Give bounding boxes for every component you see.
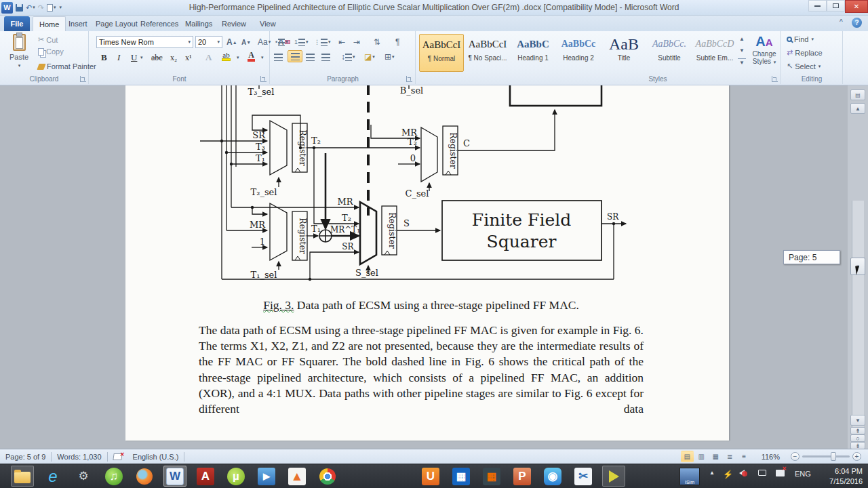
preview-dropdown-icon[interactable]: ▾ xyxy=(54,5,56,10)
browse-object-button[interactable]: ○ xyxy=(850,434,865,442)
paragraph-launcher-icon[interactable] xyxy=(406,76,412,82)
outline-view-button[interactable]: ≣ xyxy=(724,451,736,462)
font-size-dropdown-icon[interactable]: ▾ xyxy=(217,39,220,45)
bullets-dropdown-icon[interactable]: ▾ xyxy=(285,39,288,45)
tray-show-hidden-icon[interactable]: ▲ xyxy=(709,470,715,476)
italic-button[interactable]: I xyxy=(115,52,122,64)
scrollbar-track[interactable] xyxy=(852,201,864,449)
paste-button[interactable]: Paste ▾ xyxy=(5,34,33,72)
shading-button[interactable]: ◪▾ xyxy=(363,51,376,63)
style-no-spacing[interactable]: AaBbCcI ¶ No Spaci... xyxy=(465,34,510,72)
justify-button[interactable] xyxy=(320,51,332,63)
fullscreen-reading-view-button[interactable]: ▥ xyxy=(695,451,708,462)
superscript-button[interactable]: x¹ xyxy=(183,52,194,64)
taskbar-firefox-icon[interactable] xyxy=(133,466,156,487)
clipboard-launcher-icon[interactable] xyxy=(80,76,86,82)
taskbar-adobe-reader-icon[interactable]: A xyxy=(194,466,217,487)
page-indicator[interactable]: Page: 5 of 9 xyxy=(0,449,51,464)
styles-launcher-icon[interactable] xyxy=(772,76,778,82)
tray-isim-icon[interactable]: ISim xyxy=(678,466,701,487)
sort-button[interactable]: ⇅ xyxy=(372,36,382,48)
redo-button[interactable]: ↷ xyxy=(38,3,44,12)
next-page-button[interactable]: ⇟ xyxy=(850,442,865,449)
line-spacing-dropdown-icon[interactable]: ▾ xyxy=(353,54,355,60)
tray-action-center-icon[interactable] xyxy=(776,470,785,476)
taskbar-snipping-tool-icon[interactable]: ✂ xyxy=(572,466,595,487)
taskbar-chrome-icon[interactable] xyxy=(316,466,339,487)
style-subtle-emphasis[interactable]: AaBbCcD Subtle Em... xyxy=(692,34,737,72)
ruler-toggle-button[interactable]: ▤ xyxy=(850,89,865,100)
customize-qat-button[interactable]: ▾ xyxy=(58,5,62,10)
font-family-dropdown-icon[interactable]: ▾ xyxy=(188,39,191,45)
taskbar-explorer-icon[interactable] xyxy=(11,466,34,487)
numbering-dropdown-icon[interactable]: ▾ xyxy=(306,39,309,45)
bold-button[interactable]: B xyxy=(99,52,109,64)
taskbar-powerpoint-icon[interactable]: P xyxy=(511,466,534,487)
grow-font-button[interactable]: A▲ xyxy=(225,36,239,48)
taskbar-app-grid-icon[interactable]: ▦ xyxy=(450,466,473,487)
numbering-button[interactable]: 1▾ xyxy=(293,36,310,48)
increase-indent-button[interactable]: ⇥ xyxy=(352,36,361,48)
language-indicator[interactable]: English (U.S.) xyxy=(127,449,184,464)
taskbar-zapya-icon[interactable] xyxy=(602,466,625,487)
zoom-slider-thumb[interactable] xyxy=(831,452,836,461)
taskbar-utorrent-icon[interactable]: µ xyxy=(224,466,248,487)
zoom-level[interactable]: 116% xyxy=(756,449,785,464)
restore-button[interactable] xyxy=(827,0,845,12)
align-center-button[interactable] xyxy=(288,50,302,62)
taskbar-word-icon[interactable]: W xyxy=(163,466,186,487)
shrink-font-button[interactable]: A▼ xyxy=(240,36,252,48)
tray-language-indicator[interactable]: ENG xyxy=(795,470,811,478)
word-count[interactable]: Words: 1,030 xyxy=(52,449,106,464)
format-painter-button[interactable]: Format Painter xyxy=(38,62,96,70)
print-layout-view-button[interactable]: ▤ xyxy=(681,451,694,462)
highlight-dropdown-icon[interactable]: ▾ xyxy=(235,52,241,64)
tab-insert[interactable]: Insert xyxy=(62,16,94,31)
web-layout-view-button[interactable]: ▦ xyxy=(709,451,722,462)
line-spacing-button[interactable]: ↕▾ xyxy=(340,51,357,63)
taskbar-system-tool-icon[interactable]: ⚙ xyxy=(72,466,95,487)
document-paragraph[interactable]: The data path of ECSM using a three-stag… xyxy=(199,323,644,417)
help-icon[interactable]: ? xyxy=(852,18,862,28)
styles-scroll-down-icon[interactable]: ▼ xyxy=(738,46,746,54)
decrease-indent-button[interactable]: ⇤ xyxy=(337,36,347,48)
minimize-button[interactable] xyxy=(808,0,827,12)
find-dropdown-icon[interactable]: ▾ xyxy=(811,37,814,42)
cut-button[interactable]: ✂Cut xyxy=(38,35,58,44)
tab-home[interactable]: Home xyxy=(33,16,66,31)
print-preview-button[interactable]: ▾ xyxy=(47,4,56,12)
underline-dropdown-icon[interactable]: ▾ xyxy=(138,52,144,64)
tab-review[interactable]: Review xyxy=(216,16,252,31)
tab-references[interactable]: References xyxy=(134,16,184,31)
style-heading1[interactable]: AaBbC Heading 1 xyxy=(511,34,555,72)
style-normal[interactable]: AaBbCcI ¶ Normal xyxy=(419,34,464,72)
style-subtitle[interactable]: AaBbCc. Subtitle xyxy=(647,34,692,72)
style-heading2[interactable]: AaBbCc Heading 2 xyxy=(556,34,601,72)
taskbar-uc-browser-icon[interactable]: U xyxy=(419,466,442,487)
strikethrough-button[interactable]: abc xyxy=(149,52,165,64)
tab-view[interactable]: View xyxy=(254,16,282,31)
proofing-status-button[interactable] xyxy=(108,449,127,464)
replace-button[interactable]: ⇄Replace xyxy=(787,48,823,57)
taskbar-internet-explorer-icon[interactable]: e xyxy=(41,466,64,487)
collapse-ribbon-icon[interactable]: ^ xyxy=(840,18,843,26)
taskbar-vlc-icon[interactable]: ▲ xyxy=(285,466,309,487)
show-hide-paragraph-button[interactable]: ¶ xyxy=(394,36,401,48)
save-button[interactable] xyxy=(16,4,23,12)
taskbar-office-grid-icon[interactable]: ▦ xyxy=(480,466,503,487)
highlight-button[interactable]: ab xyxy=(220,50,233,62)
font-size-select[interactable]: 20▾ xyxy=(195,36,222,48)
bullets-button[interactable]: •▾ xyxy=(274,36,290,48)
tray-volume-muted-icon[interactable] xyxy=(739,470,745,476)
align-left-button[interactable] xyxy=(273,51,284,63)
zoom-slider[interactable] xyxy=(802,455,850,458)
change-styles-button[interactable]: AA Change Styles ▾ xyxy=(750,34,778,73)
font-color-dropdown-icon[interactable]: ▾ xyxy=(259,52,265,64)
tray-power-icon[interactable]: ⚡ xyxy=(723,470,733,479)
style-title[interactable]: AaB Title xyxy=(601,34,646,72)
select-dropdown-icon[interactable]: ▾ xyxy=(818,64,821,69)
tab-mailings[interactable]: Mailings xyxy=(179,16,218,31)
taskbar-media-player-icon[interactable]: ▶ xyxy=(255,466,278,487)
copy-button[interactable]: Copy xyxy=(38,47,64,56)
borders-dropdown-icon[interactable]: ▾ xyxy=(392,54,395,60)
